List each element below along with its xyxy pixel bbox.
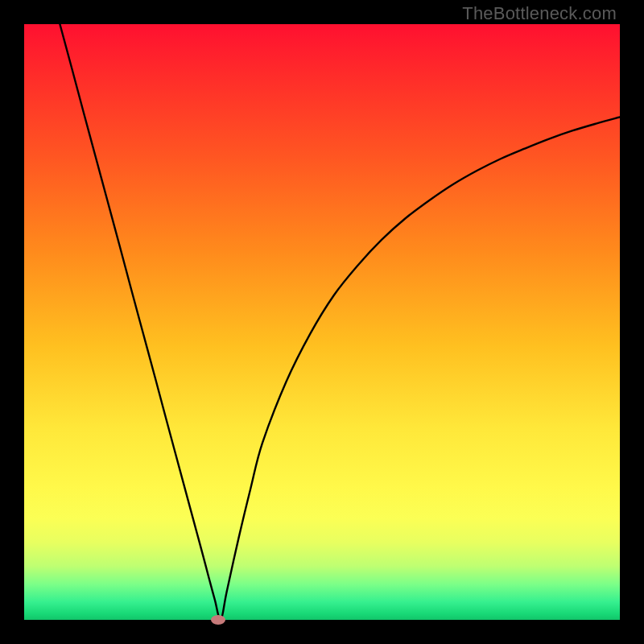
plot-area <box>24 24 620 620</box>
chart-frame: TheBottleneck.com <box>0 0 644 644</box>
curve-svg <box>24 24 620 620</box>
minimum-marker <box>211 615 225 625</box>
bottleneck-curve <box>60 24 620 620</box>
watermark-text: TheBottleneck.com <box>462 3 617 24</box>
